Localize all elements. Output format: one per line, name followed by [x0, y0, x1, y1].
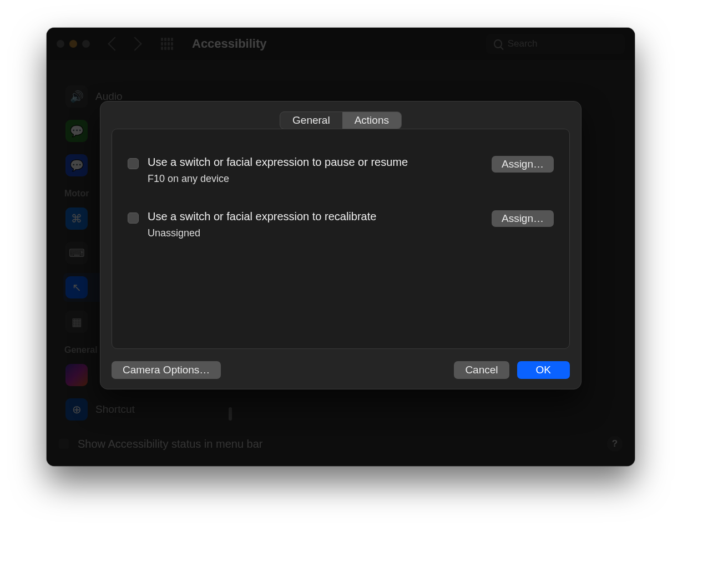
segmented-wrap: General Actions — [112, 112, 570, 129]
show-status-label: Show Accessibility status in menu bar — [78, 438, 263, 450]
pointer-icon: ↖︎ — [65, 276, 88, 298]
option-text: Use a switch or facial expression to rec… — [148, 210, 483, 239]
grid-icon: ▦ — [65, 311, 88, 333]
option-title: Use a switch or facial expression to pau… — [148, 156, 483, 169]
footer-row: Show Accessibility status in menu bar ? — [59, 436, 623, 452]
tab-general[interactable]: General — [280, 112, 342, 129]
recalibrate-checkbox[interactable] — [128, 212, 139, 224]
search-input[interactable] — [508, 38, 617, 49]
traffic-lights — [57, 40, 90, 48]
shortcut-icon: ⊕ — [65, 398, 88, 421]
window-titlebar: Accessibility — [47, 28, 635, 60]
forward-button[interactable] — [128, 37, 141, 50]
ok-button[interactable]: OK — [517, 361, 570, 379]
descriptions-icon: 💬 — [65, 154, 88, 176]
actions-panel: Use a switch or facial expression to pau… — [112, 129, 570, 349]
speaker-icon: 🔊 — [65, 85, 88, 108]
back-button[interactable] — [108, 37, 122, 50]
captions-icon: 💬 — [65, 120, 88, 142]
sidebar-item-label: Shortcut — [95, 403, 135, 416]
cancel-button[interactable]: Cancel — [454, 361, 509, 379]
search-field-wrap[interactable] — [486, 34, 625, 54]
nav-arrows — [110, 39, 140, 49]
page-title: Accessibility — [192, 37, 267, 51]
option-text: Use a switch or facial expression to pau… — [148, 156, 483, 185]
actions-sheet: General Actions Use a switch or facial e… — [100, 101, 582, 389]
show-all-prefs-button[interactable] — [161, 38, 173, 50]
option-subtitle: Unassigned — [148, 227, 483, 239]
sidebar-item-shortcut[interactable]: ⊕ Shortcut — [63, 395, 213, 424]
option-pause-resume: Use a switch or facial expression to pau… — [128, 148, 554, 195]
switch-control-icon: ⌘ — [65, 207, 88, 230]
option-recalibrate: Use a switch or facial expression to rec… — [128, 202, 554, 249]
assign-recalibrate-button[interactable]: Assign… — [492, 210, 554, 227]
option-subtitle: F10 on any device — [148, 173, 483, 185]
tab-segmented-control: General Actions — [280, 112, 402, 129]
assign-pause-button[interactable]: Assign… — [492, 156, 554, 173]
tab-actions[interactable]: Actions — [342, 112, 401, 129]
help-button[interactable]: ? — [607, 436, 623, 452]
preferences-window: Accessibility 🔊 Audio 💬 💬 Motor ⌘ ⌨︎ ↖︎ … — [47, 28, 635, 466]
window-minimize-button[interactable] — [69, 40, 77, 48]
show-status-checkbox[interactable] — [59, 439, 69, 449]
option-title: Use a switch or facial expression to rec… — [148, 210, 483, 223]
sheet-footer: Camera Options… Cancel OK — [112, 349, 570, 379]
camera-options-button[interactable]: Camera Options… — [112, 361, 221, 379]
sidebar-scrollbar[interactable] — [229, 407, 232, 421]
window-zoom-button[interactable] — [82, 40, 90, 48]
pause-resume-checkbox[interactable] — [128, 158, 139, 169]
siri-icon — [65, 364, 88, 386]
window-close-button[interactable] — [57, 40, 64, 48]
search-icon — [494, 39, 502, 48]
keyboard-icon: ⌨︎ — [65, 242, 88, 264]
